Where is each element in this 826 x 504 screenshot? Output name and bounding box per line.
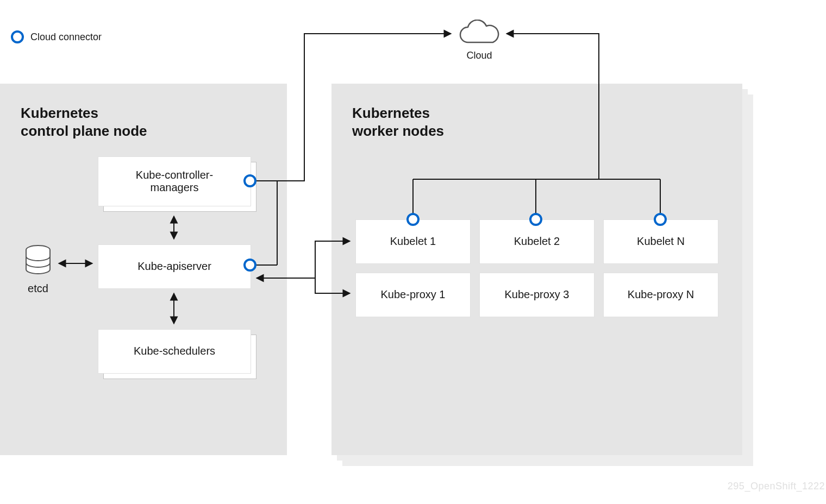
- kubelet-n-label: Kubelet N: [604, 235, 718, 248]
- controller-managers-label: Kube-controller- managers: [98, 169, 251, 194]
- controller-managers-box: Kube-controller- managers: [98, 156, 251, 206]
- kubelet-1-connector-icon: [406, 213, 420, 226]
- legend-label: Cloud connector: [30, 32, 102, 43]
- apiserver-label: Kube-apiserver: [98, 260, 251, 273]
- kubelet-2-label: Kubelet 2: [480, 235, 594, 248]
- kube-proxy-1-label: Kube-proxy 1: [356, 288, 470, 301]
- kube-proxy-3-box: Kube-proxy 3: [479, 273, 595, 317]
- kube-proxy-n-label: Kube-proxy N: [604, 288, 718, 301]
- kubelet-2-connector-icon: [529, 213, 542, 226]
- legend-connector-icon: [11, 30, 24, 43]
- control-plane-title: Kubernetes control plane node: [21, 104, 147, 140]
- diagram-canvas: Cloud connector Kubernetes control plane…: [0, 0, 826, 504]
- controller-managers-connector-icon: [243, 174, 256, 187]
- kube-proxy-3-label: Kube-proxy 3: [480, 288, 594, 301]
- worker-title: Kubernetes worker nodes: [352, 104, 444, 140]
- schedulers-label: Kube-schedulers: [98, 345, 251, 357]
- kubelet-1-label: Kubelet 1: [356, 235, 470, 248]
- cloud-group: [455, 20, 504, 51]
- schedulers-box: Kube-schedulers: [98, 329, 251, 374]
- database-icon: [24, 244, 52, 278]
- cloud-icon: [455, 20, 504, 49]
- etcd-group: [24, 244, 52, 280]
- footer-id: 295_OpenShift_1222: [728, 481, 825, 492]
- kubelet-n-connector-icon: [654, 213, 667, 226]
- etcd-label: etcd: [24, 282, 52, 295]
- apiserver-connector-icon: [243, 259, 256, 272]
- kubelet-n-box: Kubelet N: [603, 219, 718, 264]
- kubelet-2-box: Kubelet 2: [479, 219, 595, 264]
- kube-proxy-n-box: Kube-proxy N: [603, 273, 718, 317]
- kubelet-1-box: Kubelet 1: [355, 219, 471, 264]
- apiserver-box: Kube-apiserver: [98, 244, 251, 289]
- cloud-label: Cloud: [455, 50, 504, 61]
- kube-proxy-1-box: Kube-proxy 1: [355, 273, 471, 317]
